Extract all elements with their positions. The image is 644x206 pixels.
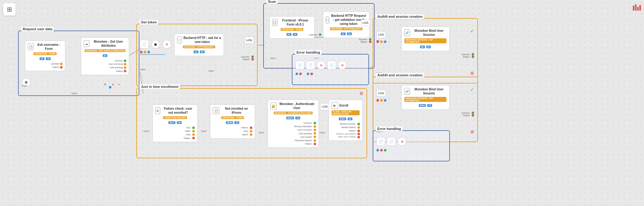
auth-up-dot — [314, 132, 316, 135]
new-flow-button[interactable]: ⊞ — [3, 3, 16, 16]
failure-check-badge: CONDITION WIZARD — [163, 116, 187, 119]
monokee-auth-node[interactable]: 🔐 Monokee - Authenticate User MONOKEE - … — [268, 100, 319, 148]
auth-pwd-expired: Password expired — [270, 139, 316, 142]
ask-username-badge-right: 70 — [46, 57, 51, 60]
user-pending-dot — [124, 66, 126, 69]
authn1-close-icon[interactable]: ⊗ — [470, 70, 474, 76]
err1-doc-icon-3[interactable]: 📄 — [327, 61, 336, 69]
failure-check-node[interactable]: ⚙ Failure check: user not enrolled? COND… — [152, 104, 198, 142]
failure-dot2 — [124, 70, 126, 72]
bind-icon-2: 🔗 — [404, 88, 410, 95]
err2-close-icon-1[interactable]: ⊗ — [398, 137, 406, 146]
monokee-bind-1-node[interactable]: 🔗 Monokee Bind User Session MONOKEE SESS… — [401, 26, 450, 51]
backend-http-ask-node[interactable]: ⬡ Backend HTTP - ask for a new token BAC… — [174, 34, 224, 56]
input-label-2: Input — [72, 92, 77, 95]
scan-input-label-1: Input — [270, 57, 276, 60]
input-label-3: Input — [140, 68, 146, 71]
get-token-title: Get token — [139, 20, 158, 24]
monokee-bind-2-title: Monokee Bind User Session — [411, 87, 447, 95]
err1-close-icon[interactable]: ⊗ — [317, 61, 325, 69]
authn1-dot-red — [376, 41, 379, 43]
monokee-get-user-node[interactable]: ☁ Monokee - Get User Attributes MONOKEE … — [81, 37, 129, 75]
authn1-log[interactable]: LOG — [376, 31, 386, 38]
logout-out: logout — [213, 133, 252, 136]
proceed-dot — [60, 63, 63, 65]
scan-success: Success — [359, 38, 371, 41]
frontend-iproov-node[interactable]: 📋 Frontend - iProov Form v5.0.1 FRONTEND… — [269, 16, 315, 39]
err2-dot-3 — [384, 149, 386, 151]
ne-input: Input — [201, 130, 207, 132]
input-label-1: Input — [22, 84, 27, 87]
input-dot-1 — [109, 84, 111, 90]
authn2-close-icon[interactable]: ⊗ — [470, 129, 474, 135]
auth-success: Success — [270, 121, 316, 125]
enroll-node[interactable]: ▶ Enroll FLOW - EXECUTE NESTED FLOW 8062… — [329, 100, 363, 141]
auth-failure: Failure — [270, 142, 316, 146]
auth-log[interactable]: LOG — [320, 103, 329, 110]
error-handling-1-title: Error handling — [295, 50, 322, 55]
failure-check-left: 6011 — [168, 121, 176, 124]
log-icon-2[interactable]: ◉ — [151, 40, 160, 49]
authn2-log[interactable]: LOG — [376, 90, 386, 97]
top-right-chart-icon[interactable] — [632, 3, 641, 14]
equals-icon: ≡ — [104, 83, 106, 86]
ask-username-node[interactable]: 📋 Ask username - Form FRONTEND - FORM 81… — [25, 41, 65, 71]
failure-out2: Failure — [116, 69, 123, 73]
not-enrolled-left: 8636 — [226, 121, 233, 124]
enroll-failure: Failure — [331, 129, 360, 132]
monokee-bind-1-right: 92 — [426, 46, 431, 48]
close-icon-1[interactable]: ⊗ — [162, 40, 171, 49]
bind-icon-1: 🔗 — [404, 29, 410, 36]
iproov-err-label: IPROOV_API_ERROR — [337, 133, 356, 136]
monokee-bind-2-node[interactable]: 🔗 Monokee Bind User Session MONOKEE SESS… — [401, 85, 450, 110]
enroll-left: 8062 — [339, 117, 346, 120]
ef-dot — [357, 130, 360, 132]
failure-row-1: Failure — [241, 58, 254, 60]
backend-ask-right: 90 — [200, 50, 205, 53]
monokee-bind-1-left: 88 — [420, 46, 425, 48]
false-dot — [192, 130, 195, 132]
scan-failure-dot — [369, 41, 371, 43]
request-user-data-group: Request user data 📋 Ask username - Form … — [18, 31, 139, 96]
not-enrolled-right: 70 — [234, 121, 239, 124]
log-box[interactable]: LOG — [245, 37, 254, 44]
jit-close-icon[interactable]: ⊗ — [359, 90, 363, 96]
user-pending-out: User pending — [110, 66, 123, 69]
auth-pe-dot — [314, 139, 316, 142]
err1-doc-icon-2[interactable]: 📄 — [306, 61, 315, 69]
canvas: ⊞ Request user data 📋 Ask username - For… — [0, 0, 644, 206]
scan-log-box[interactable]: LOG — [361, 19, 370, 26]
retry-out: retry — [155, 133, 195, 136]
err2-dot-2 — [380, 149, 383, 151]
monokee-auth-badge: MONOKEE - AUTHENTICATE USER — [274, 112, 313, 114]
failure-dot-fc — [192, 137, 195, 139]
enroll-right: 90 — [348, 117, 352, 120]
err1-doc-icon[interactable]: 📄 — [296, 61, 304, 69]
authn1-failure-dot — [472, 55, 474, 58]
frontend-iproov-title: Frontend - iProov Form v5.0.1 — [279, 18, 312, 26]
log-icon-1[interactable]: 📄 — [140, 40, 149, 49]
just-in-time-title: Just in time enrollment — [139, 84, 180, 89]
error-handling-2-title: Error handling — [376, 127, 403, 131]
failure-out-ne: Failure — [213, 126, 252, 129]
authn2-dot-blue — [384, 99, 386, 102]
not-enrolled-node[interactable]: 📋 Not enrolled on iProov FRONTEND - FORM… — [210, 104, 255, 139]
err1-close-icon-2[interactable]: ⊗ — [338, 61, 347, 69]
enroll-title: Enroll — [339, 103, 348, 108]
backend-get-badge: BACKEND - HTTP REQUEST — [330, 27, 362, 30]
nested-failure: Nested Failure — [331, 126, 360, 129]
retry-dot-ne — [250, 130, 252, 132]
err2-doc-icon-2[interactable]: 📄 — [387, 137, 396, 146]
monokee-bind-2-left: 8994 — [419, 104, 426, 107]
scanned-row: scanned — [309, 33, 321, 36]
chart-icon — [632, 3, 641, 12]
monokee-icon: ☁ — [84, 40, 89, 47]
auth-wrong-dot — [314, 125, 316, 128]
monokee-badge-left: 82 — [103, 54, 108, 57]
ask-username-badge: FRONTEND - FORM — [34, 52, 57, 55]
error-handling-1-group: Error handling 📄 📄 ⊗ 📄 ⊗ — [292, 54, 369, 85]
authn1-failure: Failure — [462, 55, 474, 58]
err2-doc-icon-1[interactable]: 📄 — [376, 137, 385, 146]
scan-success-dot — [369, 38, 371, 41]
failure-dot-ne — [250, 127, 252, 129]
